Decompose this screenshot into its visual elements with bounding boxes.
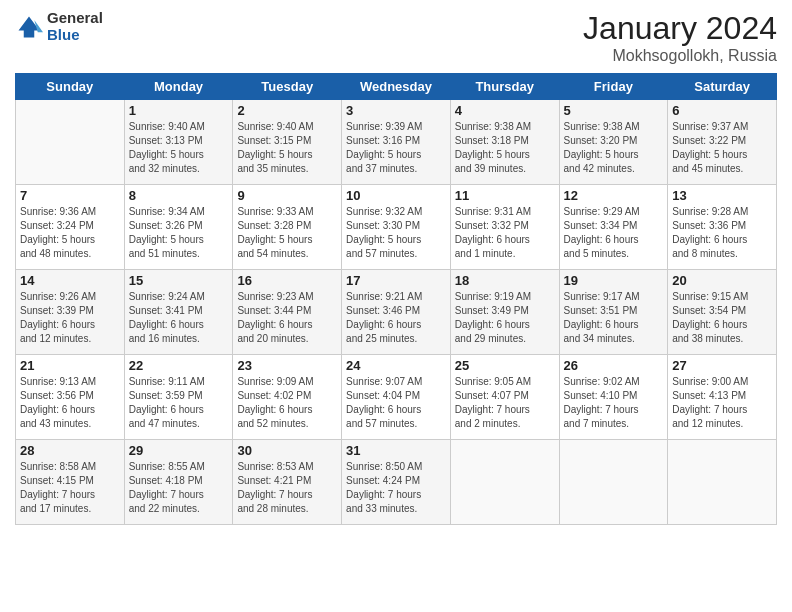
cell-info: Sunrise: 9:29 AM Sunset: 3:34 PM Dayligh… <box>564 205 664 261</box>
calendar-cell: 18Sunrise: 9:19 AM Sunset: 3:49 PM Dayli… <box>450 270 559 355</box>
cell-info: Sunrise: 9:19 AM Sunset: 3:49 PM Dayligh… <box>455 290 555 346</box>
day-of-week-monday: Monday <box>124 74 233 100</box>
calendar-week-5: 28Sunrise: 8:58 AM Sunset: 4:15 PM Dayli… <box>16 440 777 525</box>
cell-info: Sunrise: 9:39 AM Sunset: 3:16 PM Dayligh… <box>346 120 446 176</box>
calendar-cell: 28Sunrise: 8:58 AM Sunset: 4:15 PM Dayli… <box>16 440 125 525</box>
calendar-week-3: 14Sunrise: 9:26 AM Sunset: 3:39 PM Dayli… <box>16 270 777 355</box>
cell-day-number: 1 <box>129 103 229 118</box>
cell-day-number: 22 <box>129 358 229 373</box>
logo-blue-text: Blue <box>47 27 103 44</box>
cell-day-number: 10 <box>346 188 446 203</box>
cell-info: Sunrise: 9:00 AM Sunset: 4:13 PM Dayligh… <box>672 375 772 431</box>
page: General Blue January 2024 Mokhsogollokh,… <box>0 0 792 612</box>
cell-info: Sunrise: 9:02 AM Sunset: 4:10 PM Dayligh… <box>564 375 664 431</box>
cell-info: Sunrise: 9:40 AM Sunset: 3:15 PM Dayligh… <box>237 120 337 176</box>
calendar-cell: 29Sunrise: 8:55 AM Sunset: 4:18 PM Dayli… <box>124 440 233 525</box>
cell-day-number: 28 <box>20 443 120 458</box>
calendar-cell <box>668 440 777 525</box>
calendar-cell: 2Sunrise: 9:40 AM Sunset: 3:15 PM Daylig… <box>233 100 342 185</box>
calendar-cell: 23Sunrise: 9:09 AM Sunset: 4:02 PM Dayli… <box>233 355 342 440</box>
cell-day-number: 6 <box>672 103 772 118</box>
logo-general-text: General <box>47 10 103 27</box>
calendar-week-1: 1Sunrise: 9:40 AM Sunset: 3:13 PM Daylig… <box>16 100 777 185</box>
title-block: January 2024 Mokhsogollokh, Russia <box>583 10 777 65</box>
cell-info: Sunrise: 8:58 AM Sunset: 4:15 PM Dayligh… <box>20 460 120 516</box>
cell-day-number: 5 <box>564 103 664 118</box>
cell-info: Sunrise: 9:17 AM Sunset: 3:51 PM Dayligh… <box>564 290 664 346</box>
cell-info: Sunrise: 8:53 AM Sunset: 4:21 PM Dayligh… <box>237 460 337 516</box>
cell-info: Sunrise: 8:50 AM Sunset: 4:24 PM Dayligh… <box>346 460 446 516</box>
cell-day-number: 31 <box>346 443 446 458</box>
calendar-cell: 1Sunrise: 9:40 AM Sunset: 3:13 PM Daylig… <box>124 100 233 185</box>
cell-info: Sunrise: 9:33 AM Sunset: 3:28 PM Dayligh… <box>237 205 337 261</box>
cell-info: Sunrise: 9:07 AM Sunset: 4:04 PM Dayligh… <box>346 375 446 431</box>
calendar-header: SundayMondayTuesdayWednesdayThursdayFrid… <box>16 74 777 100</box>
cell-day-number: 4 <box>455 103 555 118</box>
cell-day-number: 15 <box>129 273 229 288</box>
cell-day-number: 19 <box>564 273 664 288</box>
cell-day-number: 21 <box>20 358 120 373</box>
cell-day-number: 25 <box>455 358 555 373</box>
cell-info: Sunrise: 9:38 AM Sunset: 3:18 PM Dayligh… <box>455 120 555 176</box>
calendar-cell: 3Sunrise: 9:39 AM Sunset: 3:16 PM Daylig… <box>342 100 451 185</box>
calendar-cell <box>450 440 559 525</box>
calendar-cell: 14Sunrise: 9:26 AM Sunset: 3:39 PM Dayli… <box>16 270 125 355</box>
cell-info: Sunrise: 9:13 AM Sunset: 3:56 PM Dayligh… <box>20 375 120 431</box>
cell-day-number: 16 <box>237 273 337 288</box>
calendar-cell: 16Sunrise: 9:23 AM Sunset: 3:44 PM Dayli… <box>233 270 342 355</box>
cell-day-number: 8 <box>129 188 229 203</box>
cell-day-number: 24 <box>346 358 446 373</box>
cell-info: Sunrise: 9:05 AM Sunset: 4:07 PM Dayligh… <box>455 375 555 431</box>
calendar-cell: 25Sunrise: 9:05 AM Sunset: 4:07 PM Dayli… <box>450 355 559 440</box>
calendar-cell: 11Sunrise: 9:31 AM Sunset: 3:32 PM Dayli… <box>450 185 559 270</box>
calendar-cell: 17Sunrise: 9:21 AM Sunset: 3:46 PM Dayli… <box>342 270 451 355</box>
logo-icon <box>15 13 43 41</box>
day-of-week-thursday: Thursday <box>450 74 559 100</box>
day-of-week-tuesday: Tuesday <box>233 74 342 100</box>
cell-day-number: 29 <box>129 443 229 458</box>
cell-info: Sunrise: 9:15 AM Sunset: 3:54 PM Dayligh… <box>672 290 772 346</box>
cell-info: Sunrise: 9:11 AM Sunset: 3:59 PM Dayligh… <box>129 375 229 431</box>
header: General Blue January 2024 Mokhsogollokh,… <box>15 10 777 65</box>
cell-day-number: 2 <box>237 103 337 118</box>
cell-info: Sunrise: 8:55 AM Sunset: 4:18 PM Dayligh… <box>129 460 229 516</box>
calendar-week-2: 7Sunrise: 9:36 AM Sunset: 3:24 PM Daylig… <box>16 185 777 270</box>
days-header-row: SundayMondayTuesdayWednesdayThursdayFrid… <box>16 74 777 100</box>
calendar-cell <box>559 440 668 525</box>
cell-info: Sunrise: 9:36 AM Sunset: 3:24 PM Dayligh… <box>20 205 120 261</box>
cell-info: Sunrise: 9:40 AM Sunset: 3:13 PM Dayligh… <box>129 120 229 176</box>
calendar-cell: 15Sunrise: 9:24 AM Sunset: 3:41 PM Dayli… <box>124 270 233 355</box>
calendar-cell: 20Sunrise: 9:15 AM Sunset: 3:54 PM Dayli… <box>668 270 777 355</box>
cell-info: Sunrise: 9:38 AM Sunset: 3:20 PM Dayligh… <box>564 120 664 176</box>
calendar-cell: 31Sunrise: 8:50 AM Sunset: 4:24 PM Dayli… <box>342 440 451 525</box>
cell-day-number: 23 <box>237 358 337 373</box>
cell-day-number: 30 <box>237 443 337 458</box>
cell-info: Sunrise: 9:28 AM Sunset: 3:36 PM Dayligh… <box>672 205 772 261</box>
location-title: Mokhsogollokh, Russia <box>583 47 777 65</box>
logo: General Blue <box>15 10 103 43</box>
calendar-cell: 5Sunrise: 9:38 AM Sunset: 3:20 PM Daylig… <box>559 100 668 185</box>
day-of-week-saturday: Saturday <box>668 74 777 100</box>
calendar-cell: 22Sunrise: 9:11 AM Sunset: 3:59 PM Dayli… <box>124 355 233 440</box>
cell-day-number: 17 <box>346 273 446 288</box>
day-of-week-wednesday: Wednesday <box>342 74 451 100</box>
cell-day-number: 27 <box>672 358 772 373</box>
cell-day-number: 13 <box>672 188 772 203</box>
calendar-cell: 26Sunrise: 9:02 AM Sunset: 4:10 PM Dayli… <box>559 355 668 440</box>
calendar-week-4: 21Sunrise: 9:13 AM Sunset: 3:56 PM Dayli… <box>16 355 777 440</box>
cell-info: Sunrise: 9:32 AM Sunset: 3:30 PM Dayligh… <box>346 205 446 261</box>
cell-info: Sunrise: 9:23 AM Sunset: 3:44 PM Dayligh… <box>237 290 337 346</box>
cell-info: Sunrise: 9:26 AM Sunset: 3:39 PM Dayligh… <box>20 290 120 346</box>
cell-info: Sunrise: 9:37 AM Sunset: 3:22 PM Dayligh… <box>672 120 772 176</box>
cell-day-number: 12 <box>564 188 664 203</box>
calendar-body: 1Sunrise: 9:40 AM Sunset: 3:13 PM Daylig… <box>16 100 777 525</box>
calendar-table: SundayMondayTuesdayWednesdayThursdayFrid… <box>15 73 777 525</box>
cell-info: Sunrise: 9:21 AM Sunset: 3:46 PM Dayligh… <box>346 290 446 346</box>
day-of-week-sunday: Sunday <box>16 74 125 100</box>
cell-day-number: 14 <box>20 273 120 288</box>
calendar-cell: 10Sunrise: 9:32 AM Sunset: 3:30 PM Dayli… <box>342 185 451 270</box>
cell-day-number: 18 <box>455 273 555 288</box>
cell-info: Sunrise: 9:24 AM Sunset: 3:41 PM Dayligh… <box>129 290 229 346</box>
calendar-cell: 7Sunrise: 9:36 AM Sunset: 3:24 PM Daylig… <box>16 185 125 270</box>
calendar-cell: 12Sunrise: 9:29 AM Sunset: 3:34 PM Dayli… <box>559 185 668 270</box>
